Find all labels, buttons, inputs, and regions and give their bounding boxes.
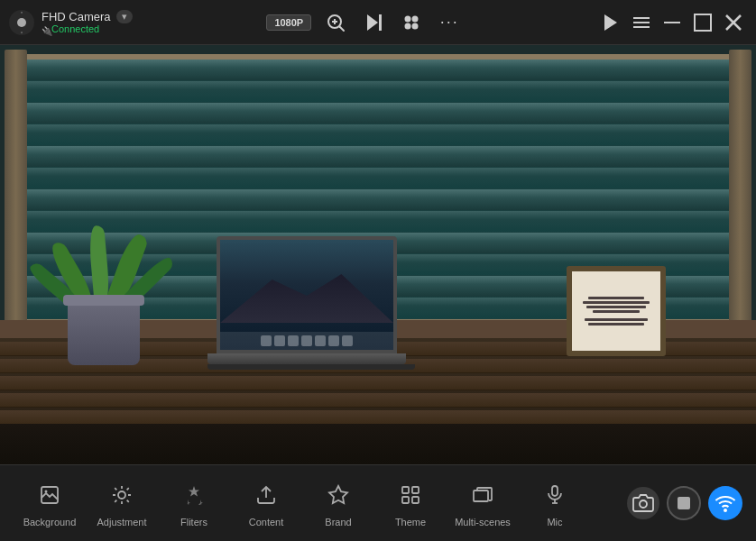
picture-line (588, 297, 644, 299)
skip-button[interactable] (360, 9, 387, 36)
camera-snapshot-button[interactable] (627, 487, 659, 519)
app-title: FHD Camera (41, 10, 111, 23)
background-label: Background (23, 517, 77, 527)
multiscenes-icon (466, 479, 499, 511)
dock-icon (261, 335, 272, 346)
svg-point-0 (17, 18, 26, 27)
picture-line (588, 323, 644, 326)
laptop-container (207, 236, 406, 370)
mic-icon (539, 479, 571, 511)
toolbar-item-mic[interactable]: Mic (519, 470, 591, 537)
plant-container (54, 302, 153, 365)
dock-icon (328, 335, 339, 346)
picture-line (585, 318, 648, 321)
filters-icon (178, 479, 210, 511)
window-right-panel (729, 50, 751, 334)
connection-status-text: Connected (51, 23, 99, 34)
svg-rect-12 (633, 17, 650, 19)
svg-rect-16 (695, 14, 711, 31)
svg-rect-13 (633, 22, 650, 23)
minimize-button[interactable] (659, 9, 686, 36)
menu-button[interactable] (628, 9, 655, 36)
desk-slat (0, 393, 756, 408)
app-dropdown[interactable]: ▾ (116, 10, 133, 23)
plant-leaves (45, 189, 162, 307)
svg-line-4 (340, 26, 345, 31)
toolbar-item-multiscenes[interactable]: Multi-scenes (447, 470, 519, 537)
scene-container (0, 45, 756, 464)
brand-label: Brand (325, 517, 351, 527)
titlebar-left: FHD Camera ▾ 🔌 Connected (9, 10, 133, 35)
dock-icon (301, 335, 312, 346)
titlebar-center: 1080P ··· (266, 9, 463, 36)
svg-point-7 (406, 16, 410, 21)
laptop-mountain (220, 269, 393, 323)
resolution-badge[interactable]: 1080P (266, 14, 311, 31)
app-icon (9, 10, 34, 35)
svg-point-33 (724, 509, 726, 511)
toolbar-item-background[interactable]: Background (14, 470, 86, 537)
blind-slat (23, 146, 733, 168)
blind-slat (23, 124, 733, 146)
app-info: FHD Camera ▾ 🔌 Connected (41, 10, 133, 34)
svg-rect-14 (633, 26, 650, 28)
svg-point-32 (640, 500, 647, 508)
theme-label: Theme (395, 517, 426, 527)
zoom-in-button[interactable] (322, 9, 349, 36)
mic-label: Mic (547, 517, 562, 527)
adjustment-label: Adjustment (97, 517, 146, 527)
svg-marker-5 (367, 14, 378, 31)
svg-point-10 (413, 23, 418, 28)
multiscenes-label: Multi-scenes (455, 517, 511, 527)
app-title-row: FHD Camera ▾ (41, 10, 133, 23)
toolbar-right (627, 486, 742, 520)
svg-point-9 (406, 23, 410, 28)
adjustment-icon (106, 479, 138, 511)
content-label: Content (249, 517, 284, 527)
connection-dot: 🔌 (41, 26, 48, 32)
laptop-base (207, 353, 406, 364)
picture-text-lines (576, 297, 656, 326)
camera-view (0, 45, 756, 464)
toolbar-item-filters[interactable]: Fliters (158, 470, 230, 537)
toolbar-items: Background Adjustment Fliters (14, 470, 591, 537)
picture-content (572, 271, 660, 351)
toolbar-item-brand[interactable]: Brand (302, 470, 374, 537)
content-icon (250, 479, 282, 511)
svg-point-21 (118, 491, 125, 499)
background-icon (33, 479, 66, 511)
window-left-panel (5, 50, 27, 334)
connection-status-row: 🔌 Connected (41, 23, 133, 34)
svg-rect-24 (402, 487, 409, 493)
svg-marker-23 (329, 486, 347, 503)
blind-slat (23, 81, 733, 103)
picture-line (586, 306, 646, 308)
close-button[interactable] (720, 9, 747, 36)
theme-icon (394, 479, 427, 511)
svg-rect-26 (402, 497, 409, 503)
blind-slat (23, 60, 733, 81)
layout-button[interactable] (398, 9, 425, 36)
laptop-screen-content (220, 240, 393, 350)
filters-label: Fliters (180, 517, 207, 527)
svg-rect-15 (664, 22, 680, 23)
more-button[interactable]: ··· (436, 9, 463, 36)
laptop-dock (220, 332, 393, 350)
picture-frame (567, 266, 666, 356)
brand-icon (322, 479, 355, 511)
dock-icon (315, 335, 326, 346)
toolbar-item-theme[interactable]: Theme (374, 470, 447, 537)
picture-line (593, 310, 641, 313)
laptop-screen (217, 236, 397, 353)
blind-slat (23, 168, 733, 189)
svg-point-20 (45, 491, 48, 493)
maximize-button[interactable] (689, 9, 716, 36)
broadcast-button[interactable] (708, 486, 742, 520)
toolbar-item-adjustment[interactable]: Adjustment (86, 470, 158, 537)
toolbar-item-content[interactable]: Content (230, 470, 302, 537)
record-button[interactable] (667, 486, 701, 520)
svg-rect-29 (552, 486, 558, 496)
plant-pot (68, 302, 140, 365)
dock-icon (274, 335, 285, 346)
play-button[interactable] (597, 9, 624, 36)
